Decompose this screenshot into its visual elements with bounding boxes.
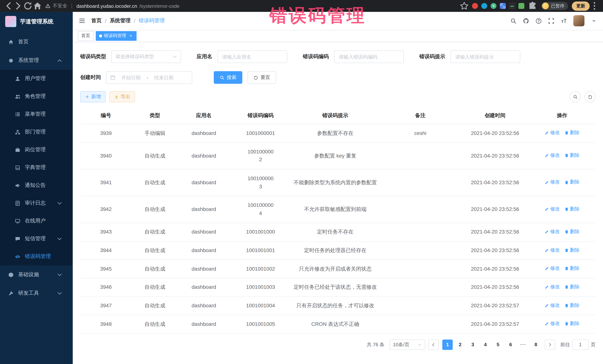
filter-input[interactable]: [334, 50, 404, 63]
sidebar-item-7[interactable]: 岗位管理: [0, 141, 73, 159]
page-button-1[interactable]: 1: [442, 340, 453, 350]
sidebar-item-5[interactable]: 菜单管理: [0, 105, 73, 123]
sidebar-item-1[interactable]: 首页: [0, 33, 73, 51]
sidebar-item-15[interactable]: 研发工具: [0, 284, 73, 302]
page-button-6[interactable]: 6: [505, 340, 516, 350]
goto-page-input[interactable]: [572, 340, 589, 350]
help-icon[interactable]: [535, 18, 542, 24]
user-avatar[interactable]: [573, 15, 584, 26]
reset-button[interactable]: 重置: [247, 71, 276, 84]
edit-link[interactable]: 修改: [545, 265, 560, 272]
extension-icon-red[interactable]: [472, 3, 478, 9]
bookmark-star-icon[interactable]: [459, 1, 469, 11]
tag-2[interactable]: 错误码管理: [96, 31, 137, 41]
export-button[interactable]: 导出: [109, 91, 135, 102]
browser-profile-chip[interactable]: 已暂停: [541, 2, 568, 10]
breadcrumb-item-1[interactable]: 首页: [91, 17, 102, 24]
cell-type: 自动生成: [132, 223, 178, 241]
extension-icon-grid[interactable]: [500, 3, 506, 9]
edit-link[interactable]: 修改: [545, 302, 560, 309]
sidebar-item-11[interactable]: 在线用户: [0, 212, 73, 230]
edit-icon: [545, 153, 549, 157]
page-button-8[interactable]: 8: [531, 340, 541, 350]
hamburger-icon[interactable]: [79, 17, 85, 24]
delete-link[interactable]: 删除: [564, 265, 580, 272]
search-button[interactable]: 搜索: [214, 71, 242, 84]
delete-link[interactable]: 删除: [564, 228, 580, 235]
search-icon[interactable]: [510, 18, 517, 24]
edit-link[interactable]: 修改: [545, 228, 560, 235]
prev-page-button[interactable]: [428, 340, 439, 350]
start-date-input[interactable]: [117, 75, 145, 80]
browser-home-icon[interactable]: [33, 1, 42, 11]
page-button-5[interactable]: 5: [493, 340, 503, 350]
edit-link[interactable]: 修改: [545, 152, 560, 159]
logo[interactable]: 芋道管理系统: [0, 12, 73, 31]
page-size-select[interactable]: 10条/页: [390, 340, 425, 350]
fullscreen-icon[interactable]: [548, 18, 554, 24]
sidebar-item-14[interactable]: 基础设施: [0, 265, 73, 284]
font-size-icon[interactable]: [561, 18, 567, 24]
sidebar-item-12[interactable]: 短信管理: [0, 230, 73, 248]
delete-link[interactable]: 删除: [564, 284, 580, 290]
breadcrumb-item-2[interactable]: 系统管理: [110, 17, 131, 24]
edit-link[interactable]: 修改: [545, 320, 560, 327]
tag-label: 错误码管理: [104, 33, 126, 39]
list-icon: [15, 111, 20, 117]
extension-icon-blue[interactable]: [481, 3, 487, 9]
sidebar-item-3[interactable]: 用户管理: [0, 70, 73, 88]
cell-app: dashboard: [178, 124, 230, 142]
sidebar-item-6[interactable]: 部门管理: [0, 123, 73, 141]
delete-link[interactable]: 删除: [564, 320, 580, 327]
github-icon[interactable]: [523, 18, 529, 24]
next-page-button[interactable]: [545, 340, 555, 350]
edit-link[interactable]: 修改: [545, 284, 560, 290]
sidebar-item-13[interactable]: 错误码管理: [0, 248, 73, 265]
cell-operations: 修改删除: [529, 124, 596, 142]
end-date-input[interactable]: [150, 75, 178, 80]
delete-link[interactable]: 删除: [564, 179, 580, 186]
edit-link[interactable]: 修改: [545, 206, 560, 212]
back-icon[interactable]: [4, 1, 13, 11]
date-range-picker[interactable]: -: [106, 71, 192, 84]
filter-input[interactable]: [451, 50, 520, 63]
tag-1[interactable]: 首页: [78, 31, 93, 41]
extension-icon-green[interactable]: [518, 3, 524, 9]
sidebar-item-9[interactable]: 通知公告: [0, 176, 73, 194]
filter-input[interactable]: [218, 50, 287, 63]
extension-icon-vue[interactable]: V: [491, 3, 497, 9]
page-button-2[interactable]: 2: [455, 340, 465, 350]
browser-update-button[interactable]: 更新: [572, 1, 590, 11]
toggle-search-button[interactable]: [570, 91, 581, 102]
refresh-table-button[interactable]: [584, 91, 596, 102]
filter-select[interactable]: 请选择错误码类型: [111, 50, 181, 63]
sidebar-item-4[interactable]: 角色管理: [0, 88, 73, 105]
extension-icon-switch[interactable]: on: [509, 3, 515, 9]
address-bar[interactable]: 不安全 dashboard.yudao.iocoder.cn/system/er…: [45, 3, 456, 9]
extensions-puzzle-icon[interactable]: [528, 1, 537, 11]
edit-link[interactable]: 修改: [545, 129, 560, 136]
forward-icon[interactable]: [13, 1, 23, 11]
trash-icon: [564, 207, 569, 211]
page-button-3[interactable]: 3: [468, 340, 478, 350]
tag-close-icon[interactable]: [128, 33, 133, 38]
caret-down-icon[interactable]: [591, 18, 597, 24]
delete-link[interactable]: 删除: [564, 302, 580, 309]
more-pages-button[interactable]: ···: [518, 340, 528, 350]
edit-link[interactable]: 修改: [545, 179, 560, 186]
edit-label: 修改: [550, 320, 560, 327]
delete-link[interactable]: 删除: [564, 206, 580, 212]
reload-icon[interactable]: [23, 1, 33, 11]
delete-link[interactable]: 删除: [564, 247, 580, 253]
browser-menu-icon[interactable]: [590, 1, 599, 11]
delete-link[interactable]: 删除: [564, 152, 580, 159]
page-button-4[interactable]: 4: [480, 340, 491, 350]
sidebar-item-2[interactable]: 系统管理: [0, 51, 73, 70]
cell-operations: 修改删除: [529, 297, 596, 315]
sidebar-item-8[interactable]: 字典管理: [0, 159, 73, 176]
add-button[interactable]: 新增: [80, 91, 106, 102]
sidebar-item-10[interactable]: 审计日志: [0, 194, 73, 212]
filter-fields: 错误码类型请选择错误码类型应用名错误码编码错误码提示: [80, 50, 596, 63]
edit-link[interactable]: 修改: [545, 247, 560, 253]
delete-link[interactable]: 删除: [564, 129, 580, 136]
